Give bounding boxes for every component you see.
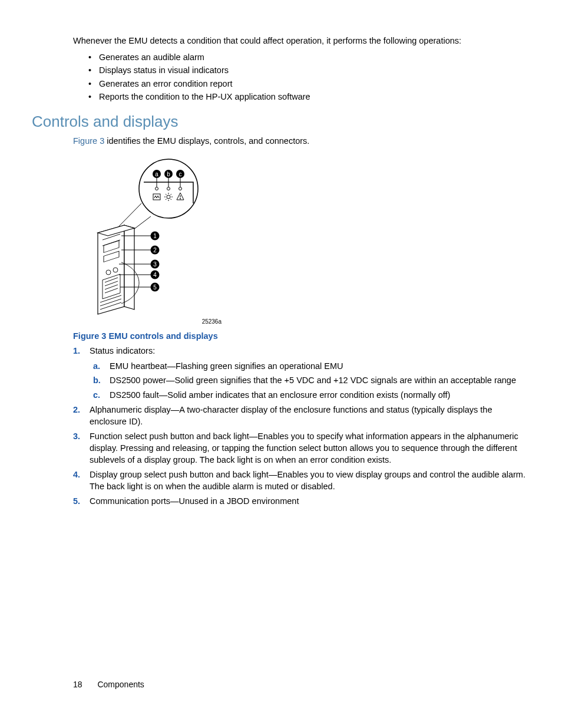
figure-xref: Figure 3	[73, 136, 104, 146]
list-item: Generates an error condition report	[88, 78, 529, 90]
svg-text:c: c	[179, 171, 182, 177]
list-marker: 4.	[73, 469, 80, 481]
svg-text:4: 4	[153, 272, 157, 278]
svg-text:2: 2	[153, 247, 157, 253]
list-text: Communication ports—Unused in a JBOD env…	[90, 496, 299, 506]
list-text: EMU heartbeat—Flashing green signifies a…	[110, 361, 343, 371]
page-number: 18	[73, 680, 82, 689]
list-text: Function select push button and back lig…	[90, 431, 518, 464]
list-item: 4. Display group select push button and …	[73, 469, 529, 492]
figure-id: 25236a	[104, 318, 222, 326]
list-item: 3. Function select push button and back …	[73, 431, 529, 466]
list-item: Displays status in visual indicators	[88, 65, 529, 77]
list-item: 5. Communication ports—Unused in a JBOD …	[73, 496, 529, 508]
list-marker: 3.	[73, 431, 80, 443]
list-marker: b.	[93, 375, 101, 387]
list-item: c. DS2500 fault—Solid amber indicates th…	[93, 390, 529, 401]
svg-point-12	[179, 187, 182, 190]
list-text: Alphanumeric display—A two-character dis…	[90, 405, 492, 426]
list-marker: 1.	[73, 345, 80, 357]
list-marker: 5.	[73, 496, 80, 508]
sublist: a. EMU heartbeat—Flashing green signifie…	[93, 361, 529, 401]
list-item: Reports the condition to the HP-UX appli…	[88, 91, 529, 103]
figure-emu-controls: a b c	[92, 156, 529, 325]
list-text: DS2500 power—Solid green signifies that …	[110, 375, 516, 385]
list-text: Display group select push button and bac…	[90, 470, 525, 491]
page-footer: 18 Components	[73, 679, 144, 690]
list-item: 2. Alphanumeric display—A two-character …	[73, 404, 529, 427]
svg-point-10	[156, 187, 158, 190]
list-text: DS2500 fault—Solid amber indicates that …	[110, 390, 450, 400]
section-heading: Controls and displays	[32, 111, 529, 132]
intro-paragraph: Whenever the EMU detects a condition tha…	[73, 35, 529, 47]
list-item: 1. Status indicators: a. EMU heartbeat—F…	[73, 345, 529, 401]
svg-text:a: a	[155, 171, 158, 177]
intro-bullet-list: Generates an audible alarm Displays stat…	[88, 52, 529, 103]
numbered-list: 1. Status indicators: a. EMU heartbeat—F…	[73, 345, 529, 508]
emu-diagram-svg: a b c	[92, 156, 222, 315]
list-item: b. DS2500 power—Solid green signifies th…	[93, 375, 529, 387]
list-item: Generates an audible alarm	[88, 52, 529, 64]
svg-text:1: 1	[153, 233, 157, 239]
list-marker: 2.	[73, 404, 80, 416]
svg-point-24	[180, 199, 180, 199]
svg-text:b: b	[167, 171, 170, 177]
list-item: a. EMU heartbeat—Flashing green signifie…	[93, 361, 529, 373]
svg-point-11	[167, 187, 170, 190]
section-intro: Figure 3 identifies the EMU displays, co…	[73, 136, 529, 147]
list-text: Status indicators:	[90, 346, 155, 355]
list-marker: c.	[93, 390, 100, 401]
list-marker: a.	[93, 361, 100, 373]
svg-text:3: 3	[153, 261, 157, 268]
section-intro-tail: identifies the EMU displays, controls, a…	[104, 136, 309, 146]
figure-caption: Figure 3 EMU controls and displays	[73, 331, 529, 342]
section-name: Components	[97, 680, 144, 689]
svg-text:5: 5	[153, 284, 157, 291]
